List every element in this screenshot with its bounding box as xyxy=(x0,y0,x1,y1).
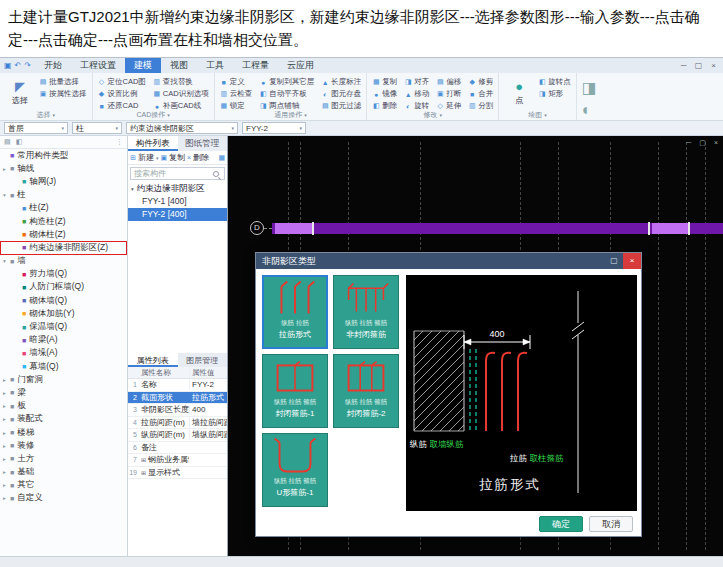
nav-item[interactable]: ▸■自定义 xyxy=(0,492,127,505)
component-group-header[interactable]: ▾ 约束边缘非阴影区 xyxy=(128,182,227,195)
ribbon-tab[interactable]: 云应用 xyxy=(278,58,323,73)
ribbon-button[interactable]: ◐图元存盘 xyxy=(321,88,361,100)
param-card[interactable]: 纵筋 拉筋 箍筋封闭箍筋-1 xyxy=(262,354,328,428)
layers-icon[interactable]: ◐ xyxy=(582,101,597,119)
component-item[interactable]: FYY-2 [400] xyxy=(128,208,227,221)
ok-button[interactable]: 确定 xyxy=(539,516,583,532)
ribbon-tab[interactable]: 建模 xyxy=(125,58,161,73)
ribbon-button[interactable]: ◨对齐 xyxy=(404,76,429,88)
component-type-select[interactable]: 约束边缘非阴影区▾ xyxy=(126,122,238,134)
ribbon-group-label[interactable]: CAD操作▾ xyxy=(93,110,214,120)
nav-item[interactable]: ▸■门窗洞 xyxy=(0,373,127,386)
ribbon-button[interactable]: ◆修剪 xyxy=(468,76,493,88)
component-name-select[interactable]: FYY-2▾ xyxy=(242,122,306,134)
delete-button[interactable]: 删除 xyxy=(193,152,209,163)
undo-icon[interactable]: ↶ xyxy=(15,61,22,70)
category-select[interactable]: 柱▾ xyxy=(72,122,122,134)
ribbon-button[interactable]: ▲移动 xyxy=(404,88,429,100)
copy-button[interactable]: 复制 xyxy=(169,152,185,163)
property-row[interactable]: 4拉筋间距(m)墙拉筋间距 xyxy=(128,417,227,430)
maximize-icon[interactable]: ▢ xyxy=(692,58,705,73)
minimize-icon[interactable]: ─ xyxy=(677,58,690,73)
tab-property-list[interactable]: 属性列表 xyxy=(128,353,178,367)
property-row[interactable]: 3非阴影区长度400 xyxy=(128,404,227,417)
ribbon-button[interactable]: ▥云检查 xyxy=(220,88,253,100)
ribbon-button[interactable]: ●镜像 xyxy=(372,88,397,100)
ribbon-tab[interactable]: 工具 xyxy=(197,58,233,73)
dialog-titlebar[interactable]: 非阴影区类型 ▢ × xyxy=(256,253,641,269)
ribbon-button[interactable]: ◧旋转点 xyxy=(538,76,571,88)
nav-item[interactable]: ▾■柱 xyxy=(0,189,127,202)
nav-item[interactable]: ▸■土方 xyxy=(0,452,127,465)
nav-item[interactable]: ■轴网(J) xyxy=(0,175,127,188)
nav-item[interactable]: ■幕墙(Q) xyxy=(0,360,127,373)
nav-item[interactable]: ■约束边缘非阴影区(Z) xyxy=(0,241,127,254)
ribbon-group-label[interactable]: 修改▾ xyxy=(367,110,498,120)
nav-item[interactable]: ▸■梁 xyxy=(0,386,127,399)
ribbon-tab[interactable]: 工程设置 xyxy=(71,58,125,73)
property-row[interactable]: 19⊞显示样式 xyxy=(128,467,227,480)
property-row[interactable]: 1名称FYY-2 xyxy=(128,379,227,392)
ribbon-button[interactable]: ▥查找替换 xyxy=(153,76,209,88)
nav-item[interactable]: ■保温墙(Q) xyxy=(0,320,127,333)
point-draw-button[interactable]: ● 点 xyxy=(504,76,534,110)
param-card[interactable]: 纵筋 拉筋 箍筋封闭箍筋-2 xyxy=(333,354,399,428)
property-row[interactable]: 5纵筋间距(m)墙纵筋间距 xyxy=(128,429,227,442)
tab-layer-manage[interactable]: 图层管理 xyxy=(178,353,228,367)
property-row[interactable]: 6备注 xyxy=(128,442,227,455)
param-card[interactable]: 纵筋 拉筋 箍筋非封闭箍筋 xyxy=(333,275,399,349)
ribbon-button[interactable]: ●复制到其它层 xyxy=(259,76,314,88)
nav-item[interactable]: ■构造柱(Z) xyxy=(0,215,127,228)
nav-item[interactable]: ■砌体墙(Q) xyxy=(0,294,127,307)
property-row[interactable]: 7⊞钢筋业务属性 xyxy=(128,454,227,467)
close-icon[interactable]: × xyxy=(623,253,641,269)
search-input[interactable]: 搜索构件 xyxy=(130,167,225,180)
param-card[interactable]: 纵筋 拉筋拉筋形式 xyxy=(262,275,328,349)
floor-select[interactable]: 首层▾ xyxy=(4,122,68,134)
ribbon-tab[interactable]: 视图 xyxy=(161,58,197,73)
ribbon-button[interactable]: ■合并 xyxy=(468,88,493,100)
nav-item[interactable]: ■墙垛(A) xyxy=(0,347,127,360)
nav-item[interactable]: ■柱(Z) xyxy=(0,202,127,215)
tab-drawing-manage[interactable]: 图纸管理 xyxy=(178,136,228,151)
ribbon-group-label[interactable]: 选择▾ xyxy=(0,110,92,120)
nav-item[interactable]: ▸■其它 xyxy=(0,479,127,492)
ribbon-tab[interactable]: 工程量 xyxy=(233,58,278,73)
nav-item[interactable]: ▸■楼梯 xyxy=(0,426,127,439)
cancel-button[interactable]: 取消 xyxy=(589,516,633,532)
ribbon-group-label[interactable]: 绘图▾ xyxy=(499,110,576,120)
ribbon-button[interactable]: ◆设置比例 xyxy=(98,88,146,100)
nav-item[interactable]: ▸■板 xyxy=(0,400,127,413)
nav-item[interactable]: ▸■基础 xyxy=(0,466,127,479)
menu-icon[interactable]: ▤ xyxy=(4,138,11,146)
layer-copy-icon[interactable]: ▦ xyxy=(218,154,225,162)
nav-item[interactable]: ▸■装修 xyxy=(0,439,127,452)
tools-icon[interactable]: ◨ xyxy=(582,78,597,97)
nav-item[interactable]: ■砌体柱(Z) xyxy=(0,228,127,241)
restore-icon[interactable]: ▢ xyxy=(699,139,706,147)
ribbon-button[interactable]: ▣打断 xyxy=(436,88,461,100)
property-row[interactable]: 2截面形状拉筋形式 xyxy=(128,392,227,405)
nav-item[interactable]: ■剪力墙(Q) xyxy=(0,268,127,281)
redo-icon[interactable]: ↷ xyxy=(24,61,31,70)
ribbon-button[interactable]: ▤批量选择 xyxy=(39,76,87,88)
ribbon-button[interactable]: ▣按属性选择 xyxy=(39,88,87,100)
nav-item[interactable]: ■砌体加筋(Y) xyxy=(0,307,127,320)
minimize-icon[interactable]: ─ xyxy=(686,139,691,147)
ribbon-group-label[interactable]: 通用操作▾ xyxy=(215,110,367,120)
close-icon[interactable]: × xyxy=(707,58,720,73)
param-card[interactable]: 纵筋 拉筋 箍筋U形箍筋-1 xyxy=(262,433,328,507)
nav-item[interactable]: ■常用构件类型 xyxy=(0,149,127,162)
ribbon-button[interactable]: ▦复制 xyxy=(372,76,397,88)
more-icon[interactable]: ⋮ xyxy=(116,138,123,146)
maximize-icon[interactable]: ▢ xyxy=(605,253,623,269)
nav-item[interactable]: ■暗梁(A) xyxy=(0,334,127,347)
nav-item[interactable]: ▸■装配式 xyxy=(0,413,127,426)
ribbon-button[interactable]: ▦CAD识别选项 xyxy=(153,88,209,100)
ribbon-button[interactable]: ■定义 xyxy=(220,76,253,88)
nav-item[interactable]: ▾■墙 xyxy=(0,255,127,268)
ribbon-button[interactable]: ▲长度标注 xyxy=(321,76,361,88)
ribbon-button[interactable]: ▤偏移 xyxy=(436,76,461,88)
ribbon-button[interactable]: ◧自动平齐板 xyxy=(259,88,314,100)
panel-icon[interactable]: ◧ xyxy=(16,138,23,146)
